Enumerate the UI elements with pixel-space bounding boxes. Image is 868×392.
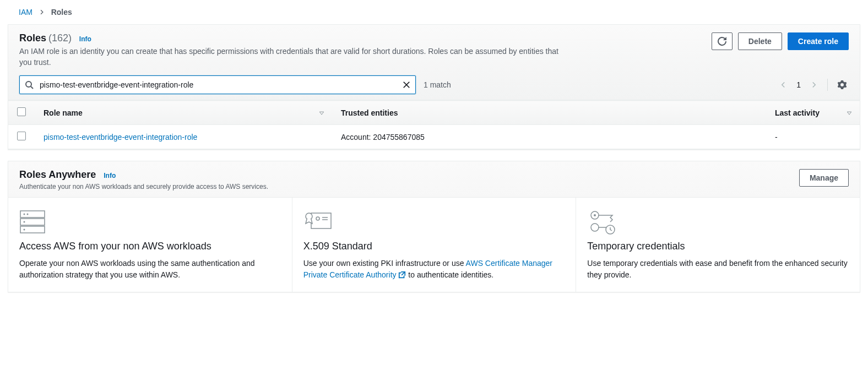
card-body-pre: Use your own existing PKI infrastructure… bbox=[303, 259, 466, 268]
roles-anywhere-title: Roles Anywhere bbox=[19, 169, 96, 180]
column-last-label: Last activity bbox=[775, 108, 820, 117]
svg-line-1 bbox=[31, 86, 33, 89]
divider bbox=[827, 79, 828, 91]
svg-rect-11 bbox=[311, 213, 331, 228]
svg-point-0 bbox=[26, 81, 31, 87]
trusted-entities-cell: Account: 204755867085 bbox=[332, 125, 766, 149]
delete-button[interactable]: Delete bbox=[738, 32, 782, 50]
page-title: Roles bbox=[19, 32, 46, 43]
table-row: pismo-test-eventbridge-event-integration… bbox=[8, 125, 860, 149]
refresh-icon bbox=[718, 37, 726, 46]
select-all-checkbox[interactable] bbox=[17, 107, 26, 116]
column-trusted-entities[interactable]: Trusted entities bbox=[332, 101, 766, 125]
svg-point-7 bbox=[24, 214, 25, 215]
roles-count: (162) bbox=[48, 32, 72, 43]
settings-button[interactable] bbox=[836, 78, 849, 91]
row-checkbox[interactable] bbox=[17, 132, 26, 140]
column-last-activity[interactable]: Last activity bbox=[766, 101, 860, 125]
svg-point-10 bbox=[24, 229, 25, 231]
card-body: Operate your non AWS workloads using the… bbox=[19, 258, 281, 281]
clear-icon[interactable] bbox=[403, 81, 410, 89]
svg-point-8 bbox=[27, 214, 29, 215]
info-link[interactable]: Info bbox=[79, 35, 91, 43]
role-name-link[interactable]: pismo-test-eventbridge-event-integration… bbox=[44, 133, 197, 141]
card-body: Use your own existing PKI infrastructure… bbox=[303, 258, 565, 281]
chevron-right-icon bbox=[39, 8, 47, 17]
search-input[interactable] bbox=[19, 75, 416, 94]
manage-button[interactable]: Manage bbox=[799, 169, 849, 187]
roles-table: Role name Trusted entities Last activity bbox=[8, 100, 860, 149]
roles-anywhere-description: Authenticate your non AWS workloads and … bbox=[19, 183, 268, 190]
create-role-button[interactable]: Create role bbox=[788, 32, 849, 50]
column-role-name-label: Role name bbox=[44, 108, 83, 117]
info-link[interactable]: Info bbox=[104, 172, 116, 179]
sort-icon bbox=[319, 110, 324, 116]
svg-point-15 bbox=[306, 213, 312, 220]
column-trusted-label: Trusted entities bbox=[341, 108, 398, 117]
roles-anywhere-panel: Roles Anywhere Info Authenticate your no… bbox=[8, 161, 860, 292]
card-access-aws: Access AWS from your non AWS workloads O… bbox=[8, 198, 292, 292]
search-icon bbox=[25, 80, 34, 89]
card-body: Use temporary credentials with ease and … bbox=[587, 258, 849, 281]
servers-icon bbox=[19, 209, 281, 235]
roles-description: An IAM role is an identity you can creat… bbox=[19, 46, 559, 68]
next-page-button[interactable] bbox=[809, 79, 820, 90]
breadcrumb: IAM Roles bbox=[0, 0, 868, 24]
match-count: 1 match bbox=[424, 80, 451, 89]
svg-point-12 bbox=[316, 217, 319, 220]
prev-page-button[interactable] bbox=[778, 79, 789, 90]
refresh-button[interactable] bbox=[712, 32, 733, 50]
card-x509: X.509 Standard Use your own existing PKI… bbox=[292, 198, 576, 292]
svg-point-18 bbox=[591, 224, 599, 231]
card-title: X.509 Standard bbox=[303, 241, 565, 252]
roles-panel: Roles (162) Info An IAM role is an ident… bbox=[8, 24, 860, 150]
svg-point-9 bbox=[24, 221, 25, 223]
card-temporary-credentials: Temporary credentials Use temporary cred… bbox=[576, 198, 860, 292]
last-activity-cell: - bbox=[766, 125, 860, 149]
svg-point-17 bbox=[594, 214, 596, 216]
column-role-name[interactable]: Role name bbox=[35, 101, 332, 125]
breadcrumb-root-link[interactable]: IAM bbox=[19, 8, 32, 17]
page-number: 1 bbox=[796, 80, 801, 89]
certificate-icon bbox=[303, 209, 565, 235]
card-title: Access AWS from your non AWS workloads bbox=[19, 241, 281, 252]
breadcrumb-current: Roles bbox=[51, 8, 72, 17]
gear-icon bbox=[838, 80, 847, 89]
sort-icon bbox=[847, 110, 852, 116]
key-clock-icon bbox=[587, 209, 849, 235]
external-link-icon bbox=[398, 271, 406, 279]
card-title: Temporary credentials bbox=[587, 241, 849, 252]
card-body-post: to authenticate identities. bbox=[406, 270, 493, 279]
